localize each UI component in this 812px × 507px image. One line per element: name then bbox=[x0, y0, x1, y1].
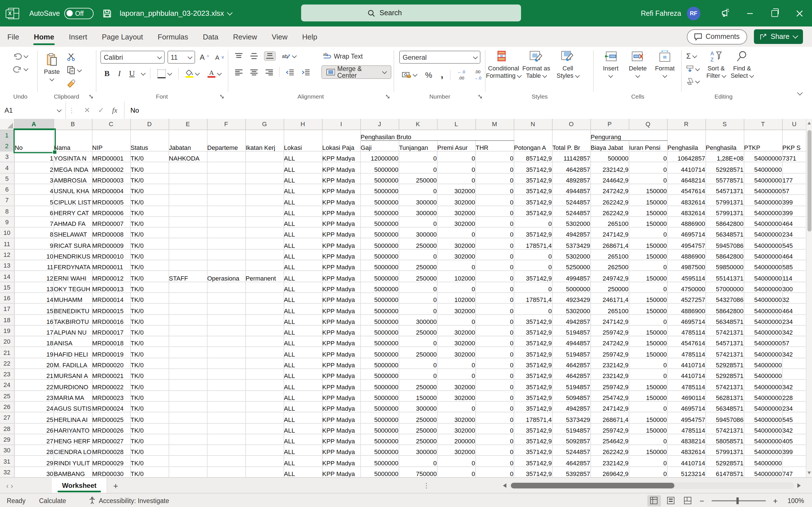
cell-M19[interactable]: 0 bbox=[475, 325, 514, 336]
cell-S4[interactable]: 52928571 bbox=[705, 162, 744, 173]
cell-U26[interactable]: 234 bbox=[782, 401, 806, 412]
column-header-Q[interactable]: Q bbox=[629, 119, 667, 129]
cell-N16[interactable]: 178571,4 bbox=[514, 293, 552, 304]
cell-I19[interactable]: KPP Madya bbox=[322, 325, 360, 336]
cell-N6[interactable]: 357142,9 bbox=[514, 184, 552, 195]
cell-S23[interactable]: 52928571 bbox=[705, 369, 744, 380]
cell-C27[interactable]: MRD00025 bbox=[92, 412, 130, 423]
cell-O9[interactable]: 5302000 bbox=[552, 217, 591, 228]
sort-filter-button[interactable]: AZ Sort & Filter bbox=[703, 47, 729, 86]
cell-B15[interactable]: OKY TEGUH bbox=[54, 282, 92, 293]
cell-H14[interactable]: ALL bbox=[284, 271, 322, 282]
header-cell-N[interactable]: Potongan A bbox=[514, 129, 552, 151]
cell-M20[interactable]: 0 bbox=[475, 336, 514, 347]
cell-H20[interactable]: ALL bbox=[284, 336, 322, 347]
cell-Q3[interactable]: 0 bbox=[629, 151, 667, 162]
cell-G11[interactable] bbox=[245, 238, 284, 249]
cell-Q5[interactable]: 0 bbox=[629, 173, 667, 184]
header-cell-H[interactable]: Lokasi bbox=[284, 129, 322, 151]
vertical-scrollbar[interactable] bbox=[806, 119, 812, 477]
header-cell-B[interactable]: Nama bbox=[54, 129, 92, 151]
close-button[interactable] bbox=[787, 0, 812, 26]
zoom-out-button[interactable]: − bbox=[698, 496, 706, 505]
cell-D10[interactable]: TK/0 bbox=[130, 227, 168, 238]
cell-D30[interactable]: TK/0 bbox=[130, 445, 168, 456]
cell-F20[interactable] bbox=[207, 336, 245, 347]
cell-K32[interactable]: 750000 bbox=[399, 466, 437, 477]
cell-D19[interactable]: TK/0 bbox=[130, 325, 168, 336]
cell-N21[interactable]: 357142,9 bbox=[514, 347, 552, 358]
user-name[interactable]: Refi Fahreza bbox=[641, 9, 681, 17]
cell-E14[interactable]: STAFF bbox=[168, 271, 207, 282]
cell-A21[interactable]: 19 bbox=[14, 347, 54, 358]
cell-K3[interactable]: 0 bbox=[399, 151, 437, 162]
cell-P24[interactable]: 259742,9 bbox=[591, 380, 629, 391]
cell-B9[interactable]: AHMAD FA bbox=[54, 217, 92, 228]
cell-T24[interactable]: 54000000 bbox=[744, 380, 782, 391]
cell-Q7[interactable]: 150000 bbox=[629, 195, 667, 206]
cell-L19[interactable]: 302000 bbox=[437, 325, 475, 336]
cell-R30[interactable]: 4832614 bbox=[667, 445, 705, 456]
cell-K7[interactable]: 300000 bbox=[399, 195, 437, 206]
cell-N18[interactable]: 357142,9 bbox=[514, 314, 552, 325]
cell-F8[interactable] bbox=[207, 206, 245, 217]
cell-U3[interactable]: 7371 bbox=[782, 151, 806, 162]
cell-N20[interactable]: 357142,9 bbox=[514, 336, 552, 347]
cell-C32[interactable]: MRD00030 bbox=[92, 466, 130, 477]
header-cell-C[interactable]: NIP bbox=[92, 129, 130, 151]
header-cell-P[interactable]: Biaya Jabat bbox=[591, 140, 629, 152]
cell-F22[interactable] bbox=[207, 358, 245, 369]
cell-A7[interactable]: 5 bbox=[14, 195, 54, 206]
cell-A11[interactable]: 9 bbox=[14, 238, 54, 249]
cell-J25[interactable]: 5000000 bbox=[360, 390, 399, 401]
cell-H8[interactable]: ALL bbox=[284, 206, 322, 217]
cell-L9[interactable]: 302000 bbox=[437, 217, 475, 228]
cell-I7[interactable]: KPP Madya bbox=[322, 195, 360, 206]
autosum-button[interactable]: Σ bbox=[684, 51, 701, 61]
cell-I18[interactable]: KPP Madya bbox=[322, 314, 360, 325]
merged-header-pengurang[interactable]: Pengurang bbox=[591, 129, 667, 140]
cell-I28[interactable]: KPP Madya bbox=[322, 423, 360, 434]
row-header-11[interactable]: 11 bbox=[0, 238, 14, 249]
cell-O5[interactable]: 4892857 bbox=[552, 173, 591, 184]
cell-S19[interactable]: 57421371 bbox=[705, 325, 744, 336]
cell-R3[interactable]: 10642857 bbox=[667, 151, 705, 162]
cell-B18[interactable]: TAKBIROTU bbox=[54, 314, 92, 325]
cell-Q12[interactable]: 150000 bbox=[629, 249, 667, 260]
cell-F9[interactable] bbox=[207, 217, 245, 228]
cell-L32[interactable]: 0 bbox=[437, 466, 475, 477]
cell-U20[interactable]: 57 bbox=[782, 336, 806, 347]
cell-D5[interactable]: TK/0 bbox=[130, 173, 168, 184]
cell-O25[interactable]: 5094857 bbox=[552, 390, 591, 401]
header-cell-O[interactable]: Total P. Br bbox=[552, 129, 591, 151]
cell-A19[interactable]: 17 bbox=[14, 325, 54, 336]
cell-N22[interactable]: 357142,9 bbox=[514, 358, 552, 369]
cell-P27[interactable]: 268671,4 bbox=[591, 412, 629, 423]
cell-K6[interactable]: 0 bbox=[399, 184, 437, 195]
cell-I21[interactable]: KPP Madya bbox=[322, 347, 360, 358]
cell-E7[interactable] bbox=[168, 195, 207, 206]
cell-G14[interactable]: Permanent bbox=[245, 271, 284, 282]
cell-N27[interactable]: 178571,4 bbox=[514, 412, 552, 423]
cell-T25[interactable]: 54000000 bbox=[744, 390, 782, 401]
cell-J13[interactable]: 5000000 bbox=[360, 260, 399, 271]
cell-S8[interactable]: 57991371 bbox=[705, 206, 744, 217]
cell-P29[interactable]: 254642,9 bbox=[591, 434, 629, 445]
accounting-format-button[interactable] bbox=[400, 70, 418, 80]
cell-A22[interactable]: 20 bbox=[14, 358, 54, 369]
column-header-G[interactable]: G bbox=[245, 119, 284, 129]
cell-U6[interactable]: 57 bbox=[782, 184, 806, 195]
cell-P8[interactable]: 262242,9 bbox=[591, 206, 629, 217]
cell-M8[interactable]: 0 bbox=[475, 206, 514, 217]
format-painter-button[interactable] bbox=[65, 78, 83, 89]
cell-I5[interactable]: KPP Madya bbox=[322, 173, 360, 184]
cell-F27[interactable] bbox=[207, 412, 245, 423]
cell-Q27[interactable]: 150000 bbox=[629, 412, 667, 423]
cell-C10[interactable]: MRD00008 bbox=[92, 227, 130, 238]
cell-A8[interactable]: 6 bbox=[14, 206, 54, 217]
column-header-T[interactable]: T bbox=[744, 119, 782, 129]
cell-F21[interactable] bbox=[207, 347, 245, 358]
cell-R9[interactable]: 4886900 bbox=[667, 217, 705, 228]
cell-F11[interactable] bbox=[207, 238, 245, 249]
row-header-31[interactable]: 31 bbox=[0, 456, 14, 467]
